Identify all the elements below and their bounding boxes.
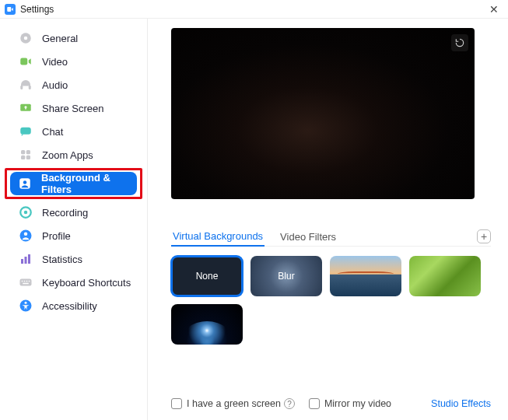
plus-icon: + xyxy=(481,231,487,242)
annotation-highlight: Background & Filters xyxy=(5,168,142,199)
sidebar-item-label: Statistics xyxy=(42,254,82,265)
svg-rect-20 xyxy=(20,279,32,286)
checkbox-box-icon xyxy=(171,398,182,409)
svg-rect-7 xyxy=(21,150,25,154)
sidebar-item-label: Chat xyxy=(42,126,63,138)
background-option-earth[interactable] xyxy=(171,304,243,345)
svg-rect-22 xyxy=(24,281,26,282)
settings-sidebar: General Video Audio Share Screen Chat xyxy=(0,19,148,420)
thumb-label: None xyxy=(196,271,219,282)
background-tabs: Virtual Backgrounds Video Filters + xyxy=(171,227,491,247)
sidebar-item-label: Audio xyxy=(42,79,68,91)
share-screen-icon xyxy=(19,101,33,115)
titlebar: Settings ✕ xyxy=(0,0,508,19)
svg-rect-18 xyxy=(25,257,27,264)
mirror-video-checkbox[interactable]: Mirror my video xyxy=(309,398,391,409)
studio-effects-link[interactable]: Studio Effects xyxy=(431,398,491,409)
sidebar-item-label: Keyboard Shortcuts xyxy=(42,277,131,289)
checkbox-label: I have a green screen xyxy=(187,398,281,409)
svg-rect-8 xyxy=(26,150,30,154)
background-option-grass[interactable] xyxy=(409,256,481,296)
zoom-app-icon xyxy=(5,4,16,15)
sidebar-item-audio[interactable]: Audio xyxy=(5,73,142,96)
green-screen-checkbox[interactable]: I have a green screen ? xyxy=(171,398,295,409)
keyboard-icon xyxy=(19,275,33,289)
apps-icon xyxy=(19,148,33,162)
checkbox-box-icon xyxy=(309,398,320,409)
sidebar-item-label: General xyxy=(42,33,78,44)
svg-rect-2 xyxy=(20,58,27,65)
background-thumbnails: None Blur xyxy=(171,256,491,345)
tab-virtual-backgrounds[interactable]: Virtual Backgrounds xyxy=(171,227,265,247)
checkbox-label: Mirror my video xyxy=(324,398,391,409)
background-option-blur[interactable]: Blur xyxy=(250,256,322,296)
svg-rect-10 xyxy=(26,156,30,159)
window-title: Settings xyxy=(20,4,54,15)
tab-video-filters[interactable]: Video Filters xyxy=(279,228,338,246)
profile-icon xyxy=(19,229,33,243)
svg-point-27 xyxy=(25,302,27,304)
video-preview xyxy=(171,28,475,199)
background-icon xyxy=(18,177,32,191)
svg-rect-3 xyxy=(20,86,23,89)
svg-rect-24 xyxy=(29,281,30,282)
sidebar-item-label: Accessibility xyxy=(42,300,97,312)
svg-rect-25 xyxy=(23,283,29,285)
sidebar-item-label: Recording xyxy=(42,207,88,219)
sidebar-item-background-filters[interactable]: Background & Filters xyxy=(10,172,137,195)
svg-rect-19 xyxy=(28,254,30,264)
sidebar-item-profile[interactable]: Profile xyxy=(5,224,142,247)
headphones-icon xyxy=(19,78,33,92)
main-panel: Virtual Backgrounds Video Filters + None… xyxy=(148,19,508,420)
svg-rect-21 xyxy=(22,281,23,282)
sidebar-item-keyboard-shortcuts[interactable]: Keyboard Shortcuts xyxy=(5,271,142,294)
gear-icon xyxy=(19,31,33,45)
rotate-camera-button[interactable] xyxy=(451,34,468,51)
sidebar-item-label: Zoom Apps xyxy=(42,149,93,161)
video-icon xyxy=(19,54,33,68)
sidebar-item-statistics[interactable]: Statistics xyxy=(5,247,142,271)
accessibility-icon xyxy=(19,299,33,313)
sidebar-item-zoom-apps[interactable]: Zoom Apps xyxy=(5,143,142,166)
sidebar-item-general[interactable]: General xyxy=(5,26,142,50)
svg-point-12 xyxy=(23,180,27,184)
svg-rect-6 xyxy=(20,128,31,135)
sidebar-item-label: Background & Filters xyxy=(41,172,137,195)
background-option-bridge[interactable] xyxy=(330,256,401,296)
footer-options: I have a green screen ? Mirror my video … xyxy=(171,394,491,412)
svg-rect-4 xyxy=(29,86,31,89)
svg-point-14 xyxy=(24,211,28,215)
recording-icon xyxy=(19,205,33,219)
chat-icon xyxy=(19,124,33,138)
close-button[interactable]: ✕ xyxy=(485,3,503,16)
help-icon[interactable]: ? xyxy=(284,398,295,409)
sidebar-item-video[interactable]: Video xyxy=(5,50,142,73)
svg-rect-17 xyxy=(21,259,23,264)
sidebar-item-label: Share Screen xyxy=(42,103,104,114)
sidebar-item-accessibility[interactable]: Accessibility xyxy=(5,294,142,317)
background-option-none[interactable]: None xyxy=(171,256,243,296)
sidebar-item-label: Video xyxy=(42,56,68,68)
svg-point-1 xyxy=(24,37,28,40)
thumb-label: Blur xyxy=(278,271,294,282)
svg-rect-23 xyxy=(26,281,28,282)
statistics-icon xyxy=(19,252,33,266)
sidebar-item-share-screen[interactable]: Share Screen xyxy=(5,96,142,120)
svg-rect-9 xyxy=(21,156,25,159)
svg-point-16 xyxy=(24,233,28,236)
sidebar-item-label: Profile xyxy=(42,230,71,242)
sidebar-item-chat[interactable]: Chat xyxy=(5,120,142,143)
sidebar-item-recording[interactable]: Recording xyxy=(5,201,142,224)
add-background-button[interactable]: + xyxy=(477,229,491,243)
